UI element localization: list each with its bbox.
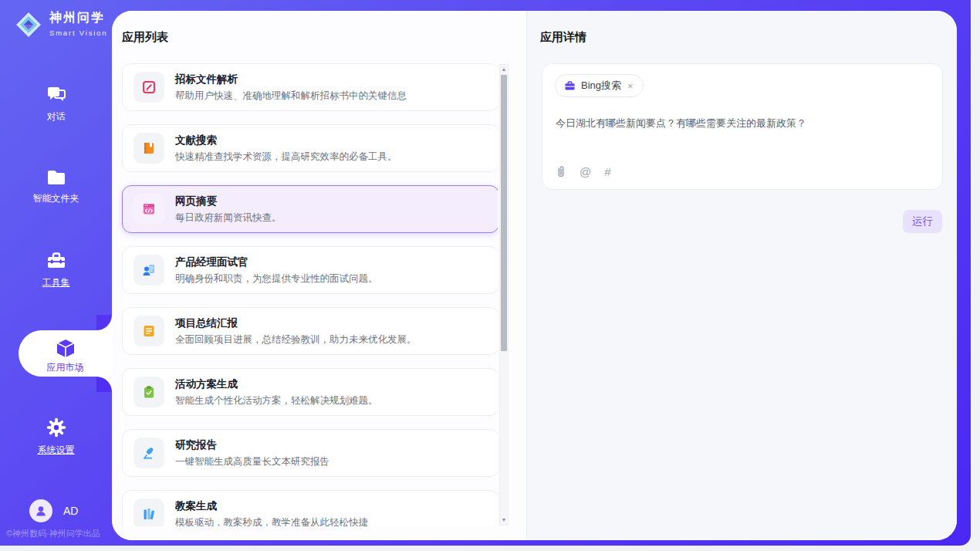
app-card-description: 明确身份和职责，为您提供专业性的面试问题。 <box>175 272 378 286</box>
app-card-title: 项目总结汇报 <box>175 316 417 330</box>
hash-icon[interactable]: # <box>604 166 610 177</box>
tool-tag-label: Bing搜索 <box>581 79 621 93</box>
prompt-input[interactable]: 今日湖北有哪些新闻要点？有哪些需要关注的最新政策？ <box>556 117 930 130</box>
browser-code-icon <box>133 194 164 225</box>
app-card-title: 网页摘要 <box>175 194 282 208</box>
sidebar-item-toolset[interactable]: 工具集 <box>0 251 112 289</box>
app-card-title: 文献搜索 <box>175 134 397 147</box>
copyright-footer: ©神州数码·神州问学出品 <box>6 528 100 539</box>
sidebar-item-label: 智能文件夹 <box>0 192 112 205</box>
briefcase-icon <box>564 81 576 91</box>
app-card-description: 全面回顾项目进展，总结经验教训，助力未来优化发展。 <box>175 333 417 346</box>
prompt-toolbar: @ # <box>556 165 611 178</box>
tag-remove-icon[interactable]: × <box>627 80 634 92</box>
cube-icon <box>19 336 112 360</box>
app-card-web-summary[interactable]: 网页摘要 每日政府新闻资讯快查。 <box>122 185 498 233</box>
sidebar-item-label: 系统设置 <box>0 444 112 457</box>
app-card-project-summary[interactable]: 项目总结汇报 全面回顾项目进展，总结经验教训，助力未来优化发展。 <box>122 307 498 355</box>
doc-edit-icon <box>133 72 164 103</box>
app-detail-section: 应用详情 Bing搜索 × 今日湖北有哪些新闻要点？有哪些需要关注的最新政策？ <box>527 11 957 540</box>
app-card-event-plan[interactable]: 活动方案生成 智能生成个性化活动方案，轻松解决规划难题。 <box>122 368 498 416</box>
note-icon <box>133 316 164 346</box>
app-card-title: 活动方案生成 <box>175 377 378 391</box>
run-button[interactable]: 运行 <box>903 210 942 233</box>
sidebar-item-settings[interactable]: 系统设置 <box>0 417 112 457</box>
user-name: AD <box>63 505 78 517</box>
app-detail-title: 应用详情 <box>540 30 586 45</box>
toolbox-icon <box>0 251 112 271</box>
content-panel: 应用列表 招标文件解析 帮助用户快速、准确地理解和解析招标书中的关键信息 <box>112 11 957 540</box>
report-icon <box>133 438 164 468</box>
mention-icon[interactable]: @ <box>580 166 591 177</box>
gear-icon <box>0 417 112 438</box>
app-card-literature-search[interactable]: 文献搜索 快速精准查找学术资源，提高研究效率的必备工具。 <box>122 124 498 172</box>
user-account[interactable]: AD <box>29 499 78 522</box>
clipboard-icon <box>133 377 164 407</box>
brand-tagline: Smart Vision <box>49 29 107 37</box>
list-scrollbar[interactable]: ▲ ▼ <box>499 64 509 526</box>
app-card-description: 模板驱动，教案秒成，教学准备从此轻松快捷 <box>175 516 368 527</box>
app-card-description: 一键智能生成高质量长文本研究报告 <box>175 455 329 468</box>
sidebar-item-label: 应用市场 <box>19 361 112 374</box>
interviewer-icon <box>133 255 164 286</box>
scrollbar-thumb[interactable] <box>501 75 507 351</box>
app-card-title: 研究报告 <box>175 438 329 452</box>
app-list-section: 应用列表 招标文件解析 帮助用户快速、准确地理解和解析招标书中的关键信息 <box>112 11 527 540</box>
app-card-description: 每日政府新闻资讯快查。 <box>175 211 282 225</box>
books-icon <box>133 499 164 526</box>
app-card-lesson-plan[interactable]: 教案生成 模板驱动，教案秒成，教学准备从此轻松快捷 <box>122 490 498 526</box>
app-list-title: 应用列表 <box>122 30 168 45</box>
app-card-pm-interviewer[interactable]: 产品经理面试官 明确身份和职责，为您提供专业性的面试问题。 <box>122 246 498 294</box>
scroll-up-arrow[interactable]: ▲ <box>500 66 508 73</box>
app-card-title: 产品经理面试官 <box>175 255 378 269</box>
app-list: 招标文件解析 帮助用户快速、准确地理解和解析招标书中的关键信息 文献搜索 <box>112 63 498 526</box>
brand-logo: 神州问学 Smart Vision <box>14 10 112 39</box>
app-card-title: 招标文件解析 <box>175 73 407 86</box>
prompt-card: Bing搜索 × 今日湖北有哪些新闻要点？有哪些需要关注的最新政策？ @ # <box>542 63 943 190</box>
sidebar-item-chat[interactable]: 对话 <box>0 83 112 123</box>
app-card-title: 教案生成 <box>175 499 368 513</box>
app-card-description: 快速精准查找学术资源，提高研究效率的必备工具。 <box>175 150 397 164</box>
book-icon <box>133 133 164 164</box>
sidebar: 神州问学 Smart Vision 对话 智能文件夹 <box>0 0 112 546</box>
active-bubble-notch-top <box>96 315 112 330</box>
sidebar-item-label: 工具集 <box>0 276 112 289</box>
sidebar-item-app-market[interactable]: 应用市场 <box>19 330 112 377</box>
scroll-down-arrow[interactable]: ▼ <box>500 516 508 524</box>
app-card-research-report[interactable]: 研究报告 一键智能生成高质量长文本研究报告 <box>122 429 498 477</box>
avatar <box>29 499 52 522</box>
sidebar-item-smart-folder[interactable]: 智能文件夹 <box>0 168 112 205</box>
tool-tag-bing-search[interactable]: Bing搜索 × <box>555 74 644 97</box>
diamond-logo-icon <box>14 10 43 39</box>
sidebar-item-label: 对话 <box>0 110 112 123</box>
app-card-bid-document-parse[interactable]: 招标文件解析 帮助用户快速、准确地理解和解析招标书中的关键信息 <box>122 63 498 111</box>
app-window: 神州问学 Smart Vision 对话 智能文件夹 <box>0 0 971 546</box>
app-card-description: 智能生成个性化活动方案，轻松解决规划难题。 <box>175 394 378 407</box>
active-bubble-notch-bottom <box>96 377 112 392</box>
brand-name: 神州问学 <box>49 11 105 24</box>
chat-icon <box>0 83 112 105</box>
attachment-icon[interactable] <box>556 165 566 178</box>
folder-icon <box>0 168 112 187</box>
app-card-description: 帮助用户快速、准确地理解和解析招标书中的关键信息 <box>175 90 407 103</box>
